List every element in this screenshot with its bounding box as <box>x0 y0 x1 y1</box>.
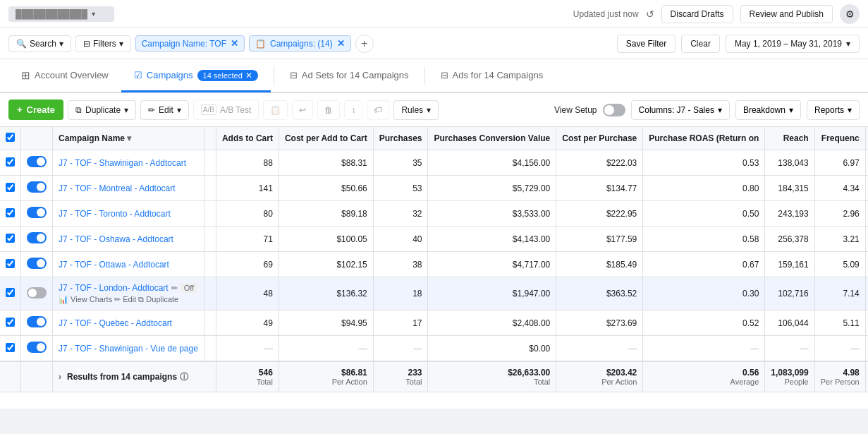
row-toggle-knob-5 <box>28 289 37 297</box>
view-setup-toggle[interactable] <box>603 104 625 116</box>
campaigns-chip-label: Campaigns: (14) <box>270 39 333 49</box>
tab-ad-sets[interactable]: ⊟ Ad Sets for 14 Campaigns <box>277 60 422 92</box>
row-purchases-4: 38 <box>373 252 428 277</box>
row-campaign-name-6: J7 - TOF - Quebec - Addtocart <box>53 311 204 336</box>
row-toggle-cell-6 <box>21 311 53 336</box>
tab-campaigns[interactable]: ☑ Campaigns 14 selected ✕ <box>121 60 271 92</box>
refresh-button[interactable]: ↺ <box>646 8 654 20</box>
view-charts-link[interactable]: 📊 View Charts <box>59 295 112 303</box>
discard-drafts-button[interactable]: Discard Drafts <box>661 5 733 23</box>
campaign-name-link-3[interactable]: J7 - TOF - Oshawa - Addtocart <box>59 234 173 244</box>
row-toggle-0[interactable] <box>27 156 47 167</box>
row-toggle-7[interactable] <box>27 342 47 353</box>
row-reach-7: — <box>765 336 814 362</box>
breakdown-button[interactable]: Breakdown ▾ <box>735 100 801 120</box>
campaigns-badge-close-icon[interactable]: ✕ <box>245 71 252 80</box>
tab-ads[interactable]: ⊟ Ads for 14 Campaigns <box>428 60 556 92</box>
row-toggle-3[interactable] <box>27 232 47 243</box>
edit-link[interactable]: ✏ Edit <box>114 295 136 303</box>
th-adds-to-cart[interactable]: Adds to Cart <box>216 127 279 150</box>
campaign-name-link-2[interactable]: J7 - TOF - Toronto - Addtocart <box>59 209 171 219</box>
campaign-name-link-1[interactable]: J7 - TOF - Montreal - Addtocart <box>59 183 176 193</box>
ab-test-icon: A/B <box>201 104 216 115</box>
row-checkbox-0[interactable] <box>6 157 15 167</box>
clear-button[interactable]: Clear <box>681 35 720 53</box>
duplicate-button[interactable]: ⧉ Duplicate ▾ <box>68 100 136 120</box>
select-all-checkbox[interactable] <box>6 133 15 142</box>
campaign-edit-pencil-5[interactable]: ✏ <box>171 284 178 292</box>
footer-adds-sublabel: Total <box>222 378 273 386</box>
th-warn <box>204 127 216 150</box>
row-toggle-5[interactable] <box>27 287 47 299</box>
campaigns-selected-badge[interactable]: 14 selected ✕ <box>197 70 258 81</box>
edit-button[interactable]: ✏ Edit ▾ <box>140 100 189 120</box>
settings-icon[interactable]: ⚙ <box>840 4 860 24</box>
th-purchases[interactable]: Purchases <box>373 127 428 150</box>
th-purchases-conversion-value[interactable]: Purchases Conversion Value <box>428 127 556 150</box>
row-toggle-4[interactable] <box>27 258 47 269</box>
row-cost-add-to-cart-0: $88.31 <box>279 150 373 176</box>
reports-button[interactable]: Reports ▾ <box>807 100 860 120</box>
move-button[interactable]: ↕ <box>344 100 362 120</box>
campaign-name-link-5[interactable]: J7 - TOF - London- Addtocart <box>59 283 169 293</box>
footer-status <box>21 361 53 392</box>
save-filter-button[interactable]: Save Filter <box>617 35 676 53</box>
undo-button[interactable]: ↩ <box>292 100 313 120</box>
row-warn-5 <box>204 277 216 311</box>
tag-button[interactable]: 🏷 <box>367 100 389 120</box>
campaign-name-link-0[interactable]: J7 - TOF - Shawinigan - Addtocart <box>59 158 186 168</box>
campaign-name-link-4[interactable]: J7 - TOF - Ottawa - Addtocart <box>59 260 169 270</box>
date-range-picker[interactable]: May 1, 2019 – May 31, 2019 ▾ <box>726 35 860 53</box>
toolbar-right: View Setup Columns: J7 - Sales ▾ Breakdo… <box>554 100 860 120</box>
row-checkbox-7[interactable] <box>6 343 15 352</box>
row-cpp-6: $273.69 <box>556 311 643 336</box>
row-checkbox-1[interactable] <box>6 183 15 192</box>
delete-button[interactable]: 🗑 <box>317 100 340 120</box>
row-checkbox-5[interactable] <box>6 288 15 297</box>
campaigns-chip[interactable]: 📋 Campaigns: (14) ✕ <box>249 35 351 52</box>
row-frequency-5: 7.14 <box>814 277 865 311</box>
row-toggle-2[interactable] <box>27 207 47 218</box>
tab-divider-2 <box>424 67 425 84</box>
table-row: J7 - TOF - Oshawa - Addtocart71$100.0540… <box>0 227 868 252</box>
row-roas-6: 0.52 <box>643 311 765 336</box>
th-campaign-name[interactable]: Campaign Name ▾ <box>53 127 204 150</box>
rules-button[interactable]: Rules ▾ <box>393 100 439 120</box>
th-cost-per-purchase[interactable]: Cost per Purchase <box>556 127 643 150</box>
search-button[interactable]: 🔍 Search ▾ <box>8 35 71 52</box>
trash-icon: 🗑 <box>324 105 333 115</box>
campaigns-chip-close[interactable]: ✕ <box>337 38 345 49</box>
copy-button[interactable]: 📋 <box>263 100 288 120</box>
campaign-name-chip[interactable]: Campaign Name: TOF ✕ <box>135 35 245 52</box>
row-checkbox-4[interactable] <box>6 259 15 268</box>
row-checkbox-3[interactable] <box>6 234 15 243</box>
th-purchase-roas[interactable]: Purchase ROAS (Return on <box>643 127 765 150</box>
create-button[interactable]: + Create <box>8 100 63 120</box>
duplicate-link[interactable]: ⧉ Duplicate <box>138 295 178 303</box>
campaign-name-link-7[interactable]: J7 - TOF - Shawinigan - Vue de page <box>59 344 198 354</box>
account-dropdown[interactable]: ████████████ ▾ <box>8 6 114 22</box>
expand-arrow-icon[interactable]: › <box>59 372 61 382</box>
filters-caret-icon: ▾ <box>119 39 123 49</box>
row-checkbox-6[interactable] <box>6 318 15 327</box>
campaign-name-chip-close[interactable]: ✕ <box>231 38 238 49</box>
tag-icon: 🏷 <box>374 105 382 115</box>
undo-icon: ↩ <box>299 105 306 115</box>
review-publish-button[interactable]: Review and Publish <box>740 5 833 23</box>
tab-account-overview[interactable]: ⊞ Account Overview <box>8 60 121 92</box>
th-reach[interactable]: Reach <box>765 127 814 150</box>
row-toggle-1[interactable] <box>27 181 47 193</box>
th-frequency[interactable]: Frequenc <box>814 127 865 150</box>
ab-test-button[interactable]: A/B A/B Test <box>193 100 259 120</box>
row-toggle-6[interactable] <box>27 316 47 327</box>
row-reach-1: 184,315 <box>765 176 814 201</box>
campaign-name-link-6[interactable]: J7 - TOF - Quebec - Addtocart <box>59 318 172 328</box>
filters-button[interactable]: ⊟ Filters ▾ <box>75 35 131 52</box>
th-cost-add-to-cart[interactable]: Cost per Add to Cart <box>279 127 373 150</box>
row-checkbox-2[interactable] <box>6 208 15 217</box>
add-filter-button[interactable]: + <box>355 35 374 53</box>
footer-pcv: $26,633.00Total <box>428 361 556 392</box>
columns-button[interactable]: Columns: J7 - Sales ▾ <box>631 100 730 120</box>
footer-info-icon[interactable]: ⓘ <box>180 371 188 383</box>
th-ctr[interactable]: CTR (Link Click- <box>865 127 868 150</box>
